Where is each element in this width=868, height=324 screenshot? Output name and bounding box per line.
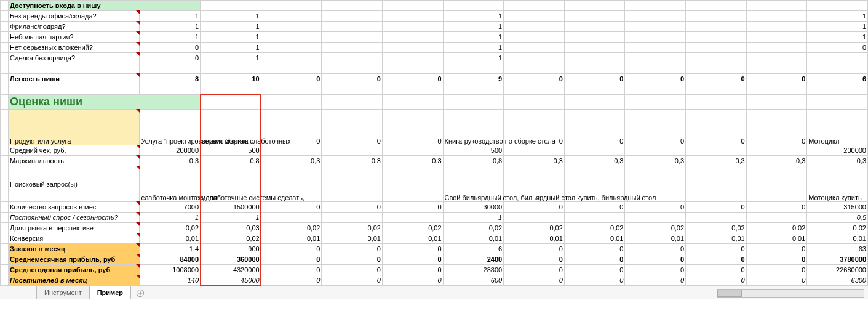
cell[interactable]: 6300 <box>807 275 868 286</box>
cell[interactable]: 0 <box>322 265 383 275</box>
cell[interactable] <box>261 84 322 95</box>
cell[interactable]: 63 <box>807 244 868 254</box>
spreadsheet-grid[interactable]: Доступность входа в нишуБез аренды офиса… <box>0 0 868 286</box>
cell[interactable]: 1 <box>201 22 261 32</box>
row-label[interactable]: Средний чек, руб. <box>9 145 140 156</box>
cell[interactable] <box>807 95 868 110</box>
cell[interactable] <box>807 63 868 74</box>
cell[interactable] <box>686 145 747 156</box>
cell[interactable] <box>322 53 383 63</box>
cell[interactable] <box>322 166 383 202</box>
cell[interactable]: 4320000 <box>201 265 261 275</box>
cell[interactable] <box>564 63 625 74</box>
cell[interactable]: 0 <box>746 265 807 275</box>
cell[interactable] <box>382 43 443 53</box>
cell[interactable]: Книга-руководство по сборке стола <box>443 110 504 145</box>
cell[interactable]: 140 <box>140 275 201 286</box>
row-label[interactable]: Маржинальность <box>9 156 140 166</box>
cell[interactable]: 0 <box>746 244 807 254</box>
cell[interactable]: 0 <box>382 202 443 213</box>
cell[interactable]: 0,01 <box>564 233 625 244</box>
cell[interactable] <box>686 95 747 110</box>
cell[interactable] <box>686 166 747 202</box>
cell[interactable]: 0,02 <box>686 223 747 233</box>
cell[interactable]: 0 <box>746 110 807 145</box>
cell[interactable]: 0,3 <box>382 156 443 166</box>
cell[interactable] <box>504 95 565 110</box>
cell[interactable]: 6 <box>807 74 868 84</box>
cell[interactable]: 0 <box>564 244 625 254</box>
cell[interactable]: 0 <box>746 74 807 84</box>
cell[interactable] <box>261 63 322 74</box>
gutter[interactable] <box>1 95 9 110</box>
cell[interactable]: 1 <box>807 22 868 32</box>
cell[interactable]: 0,02 <box>140 223 201 233</box>
cell[interactable]: 0,02 <box>261 223 322 233</box>
cell[interactable] <box>382 53 443 63</box>
cell[interactable]: 0,02 <box>443 223 504 233</box>
cell[interactable]: 0,3 <box>746 156 807 166</box>
cell[interactable]: 1 <box>201 11 261 22</box>
cell[interactable]: 0,5 <box>807 213 868 223</box>
gutter[interactable] <box>1 213 9 223</box>
gutter[interactable] <box>1 275 9 286</box>
cell[interactable]: 0 <box>504 275 565 286</box>
cell[interactable] <box>746 84 807 95</box>
cell[interactable] <box>746 32 807 43</box>
row-label[interactable]: Доля рынка в перспективе <box>9 223 140 233</box>
cell[interactable]: 0 <box>261 74 322 84</box>
cell[interactable] <box>686 1 747 11</box>
cell[interactable]: 3780000 <box>807 254 868 265</box>
cell[interactable]: 0,02 <box>322 223 383 233</box>
cell[interactable] <box>504 43 565 53</box>
cell[interactable] <box>322 32 383 43</box>
cell[interactable]: 0,8 <box>201 156 261 166</box>
cell[interactable]: 0,3 <box>564 156 625 166</box>
cell[interactable]: 0 <box>625 244 686 254</box>
row-label-summary[interactable]: Заказов в месяц <box>9 244 140 254</box>
cell[interactable]: 0 <box>504 244 565 254</box>
cell[interactable]: 0 <box>382 275 443 286</box>
gutter[interactable] <box>1 32 9 43</box>
gutter[interactable] <box>1 202 9 213</box>
gutter[interactable] <box>1 43 9 53</box>
cell[interactable] <box>504 1 565 11</box>
cell[interactable]: 0 <box>322 244 383 254</box>
row-label-summary[interactable]: Среднемесячная прибыль, руб <box>9 254 140 265</box>
cell[interactable]: 0 <box>261 265 322 275</box>
cell[interactable] <box>564 22 625 32</box>
cell[interactable]: 0 <box>261 244 322 254</box>
cell[interactable] <box>443 1 504 11</box>
cell[interactable] <box>504 145 565 156</box>
cell[interactable]: 1 <box>201 213 261 223</box>
gutter[interactable] <box>1 11 9 22</box>
cell[interactable]: 1 <box>201 32 261 43</box>
cell[interactable] <box>746 95 807 110</box>
cell[interactable]: 1 <box>443 43 504 53</box>
cell[interactable]: 0 <box>564 202 625 213</box>
cell[interactable] <box>382 22 443 32</box>
cell[interactable] <box>382 11 443 22</box>
cell[interactable]: 0,3 <box>322 156 383 166</box>
cell[interactable]: 0,3 <box>261 156 322 166</box>
cell[interactable]: 0 <box>382 110 443 145</box>
cell[interactable] <box>504 213 565 223</box>
cell[interactable]: 0 <box>261 202 322 213</box>
cell[interactable] <box>564 11 625 22</box>
cell[interactable]: 6 <box>443 244 504 254</box>
cell[interactable] <box>9 63 140 74</box>
cell[interactable]: Мотоцикл <box>807 110 868 145</box>
cell[interactable] <box>201 84 261 95</box>
cell[interactable] <box>686 84 747 95</box>
cell[interactable]: 0,3 <box>625 156 686 166</box>
gutter[interactable] <box>1 110 9 145</box>
cell[interactable]: 0 <box>261 254 322 265</box>
cell[interactable]: 0 <box>625 110 686 145</box>
gutter[interactable] <box>1 156 9 166</box>
cell[interactable]: 0 <box>261 275 322 286</box>
cell[interactable] <box>504 11 565 22</box>
cell[interactable] <box>382 84 443 95</box>
cell[interactable]: 0 <box>625 202 686 213</box>
cell[interactable]: 0,02 <box>504 223 565 233</box>
tab-instrument[interactable]: Инструмент <box>36 286 90 300</box>
